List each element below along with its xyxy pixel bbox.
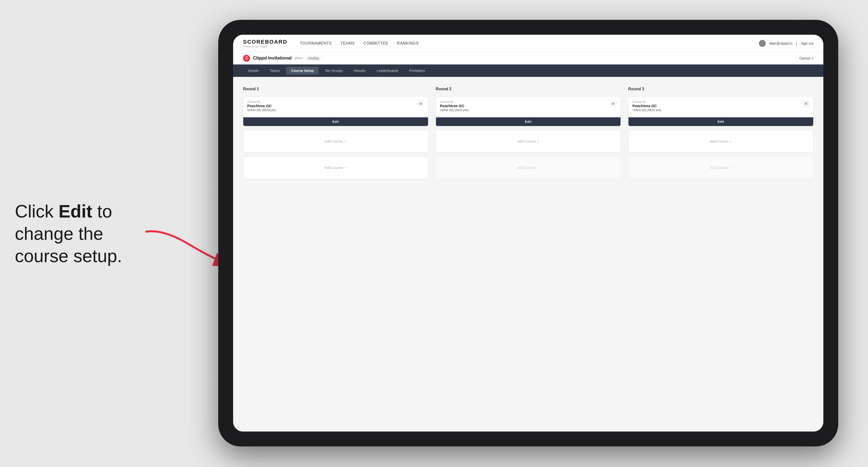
course-tee-2: Yellow (M) (6629 yds) — [440, 108, 610, 112]
nav-committee[interactable]: COMMITTEE — [363, 41, 389, 45]
round-1-header: Round 1 — [243, 87, 428, 91]
delete-course-button-3[interactable]: ⊟ — [803, 100, 809, 107]
tab-results[interactable]: Results — [349, 67, 371, 75]
edit-round-3-button[interactable]: Edit — [628, 117, 813, 126]
course-label-2: (Course A) — [440, 100, 610, 103]
delete-course-button[interactable]: ⊟ — [417, 100, 424, 107]
card-actions-3: ⊟ — [803, 100, 809, 107]
round-2-course-card: (Course A) Peachtree GC Yellow (M) (6629… — [436, 96, 621, 126]
course-card-header-3: (Course A) Peachtree GC Yellow (M) (6629… — [632, 100, 809, 112]
tournament-bar: C Clippd Invitational (Men) Hosting Canc… — [233, 52, 824, 64]
plus-icon-6: + — [730, 166, 732, 169]
round-2-header: Round 2 — [436, 87, 621, 91]
round-1-course-card: (Course A) Peachtree GC Yellow (M) (6629… — [243, 96, 428, 126]
tab-course-setup[interactable]: Course Setup — [286, 67, 319, 75]
plus-icon-4: + — [537, 166, 539, 169]
logo-subtitle: Powered by clippd — [243, 45, 287, 48]
plus-icon: + — [344, 139, 346, 143]
add-course-text-2: Add Course + — [324, 166, 346, 169]
tournament-info: C Clippd Invitational (Men) Hosting — [243, 55, 321, 62]
add-course-round-2-slot-2-disabled: Add Course + — [436, 156, 621, 179]
tab-tee-groups[interactable]: Tee Groups — [320, 67, 348, 75]
user-email: blair@clippd.io — [770, 41, 793, 45]
add-course-text-5: Add Course + — [710, 139, 732, 143]
course-tee-3: Yellow (M) (6629 yds) — [632, 108, 803, 112]
tab-details[interactable]: Details — [243, 67, 264, 75]
tabs-bar: Details Teams Course Setup Tee Groups Re… — [233, 64, 824, 77]
clippd-logo: C — [243, 55, 250, 62]
tablet-device: SCOREBOARD Powered by clippd TOURNAMENTS… — [218, 20, 838, 446]
instruction-bold: Edit — [59, 201, 92, 221]
card-actions-2: ⊟ — [610, 100, 617, 107]
course-label: (Course A) — [247, 100, 417, 103]
course-info: (Course A) Peachtree GC Yellow (M) (6629… — [247, 100, 417, 112]
round-3-column: Round 3 (Course A) Peachtree GC Yellow (… — [628, 87, 813, 179]
add-course-round-3-slot-1[interactable]: Add Course + — [628, 130, 813, 153]
tournament-gender: (Men) — [294, 56, 303, 60]
top-navigation: SCOREBOARD Powered by clippd TOURNAMENTS… — [233, 35, 824, 52]
hosting-badge: Hosting — [306, 56, 321, 61]
nav-links: TOURNAMENTS TEAMS COMMITTEE RANKINGS — [300, 41, 418, 45]
logo-title: SCOREBOARD — [243, 39, 287, 45]
plus-icon-2: + — [344, 166, 346, 169]
cancel-button[interactable]: Cancel × — [799, 56, 813, 60]
rounds-container: Round 1 (Course A) Peachtree GC Yellow (… — [243, 87, 813, 179]
round-3-header: Round 3 — [628, 87, 813, 91]
nav-right: blair@clippd.io | Sign out — [759, 40, 813, 47]
add-course-round-3-slot-2-disabled: Add Course + — [628, 156, 813, 179]
trash-icon-3: ⊟ — [805, 101, 807, 105]
course-name-3: Peachtree GC — [632, 104, 803, 108]
course-tee: Yellow (M) (6629 yds) — [247, 108, 417, 112]
instruction-text: Click Edit tochange thecourse setup. — [15, 200, 159, 267]
tab-teams[interactable]: Teams — [265, 67, 285, 75]
nav-teams[interactable]: TEAMS — [341, 41, 355, 45]
user-avatar — [759, 40, 766, 47]
tournament-name: Clippd Invitational — [253, 56, 292, 61]
tablet-screen: SCOREBOARD Powered by clippd TOURNAMENTS… — [233, 35, 824, 432]
add-course-disabled-text: Add Course + — [517, 166, 539, 169]
course-label-3: (Course A) — [632, 100, 803, 103]
course-name-2: Peachtree GC — [440, 104, 610, 108]
main-content: Round 1 (Course A) Peachtree GC Yellow (… — [233, 77, 824, 432]
course-card-header-2: (Course A) Peachtree GC Yellow (M) (6629… — [440, 100, 617, 112]
delete-course-button-2[interactable]: ⊟ — [610, 100, 617, 107]
course-info-3: (Course A) Peachtree GC Yellow (M) (6629… — [632, 100, 803, 112]
course-info-2: (Course A) Peachtree GC Yellow (M) (6629… — [440, 100, 610, 112]
round-2-column: Round 2 (Course A) Peachtree GC Yellow (… — [436, 87, 621, 179]
course-card-header: (Course A) Peachtree GC Yellow (M) (6629… — [247, 100, 424, 112]
add-course-text-3: Add Course + — [517, 139, 539, 143]
add-course-text-1: Add Course + — [324, 139, 346, 143]
close-icon: × — [811, 56, 813, 60]
card-actions: ⊟ — [417, 100, 424, 107]
plus-icon-5: + — [730, 139, 732, 143]
edit-round-2-button[interactable]: Edit — [436, 117, 621, 126]
round-3-course-card: (Course A) Peachtree GC Yellow (M) (6629… — [628, 96, 813, 126]
trash-icon-2: ⊟ — [612, 101, 615, 105]
add-course-round-2-slot-1[interactable]: Add Course + — [436, 130, 621, 153]
nav-left: SCOREBOARD Powered by clippd TOURNAMENTS… — [243, 39, 418, 48]
nav-tournaments[interactable]: TOURNAMENTS — [300, 41, 332, 45]
edit-round-1-button[interactable]: Edit — [243, 117, 428, 126]
round-1-column: Round 1 (Course A) Peachtree GC Yellow (… — [243, 87, 428, 179]
add-course-disabled-text-2: Add Course + — [710, 166, 732, 169]
scoreboard-logo: SCOREBOARD Powered by clippd — [243, 39, 287, 48]
plus-icon-3: + — [537, 139, 539, 143]
nav-rankings[interactable]: RANKINGS — [397, 41, 419, 45]
add-course-round-1-slot-2[interactable]: Add Course + — [243, 156, 428, 179]
sep: | — [796, 41, 797, 45]
tab-printables[interactable]: Printables — [404, 67, 430, 75]
course-name: Peachtree GC — [247, 104, 417, 108]
add-course-round-1-slot-1[interactable]: Add Course + — [243, 130, 428, 153]
tab-leaderboards[interactable]: Leaderboards — [372, 67, 403, 75]
sign-out-link[interactable]: Sign out — [801, 41, 813, 45]
instruction-prefix: Click — [15, 201, 59, 221]
trash-icon: ⊟ — [420, 101, 422, 105]
